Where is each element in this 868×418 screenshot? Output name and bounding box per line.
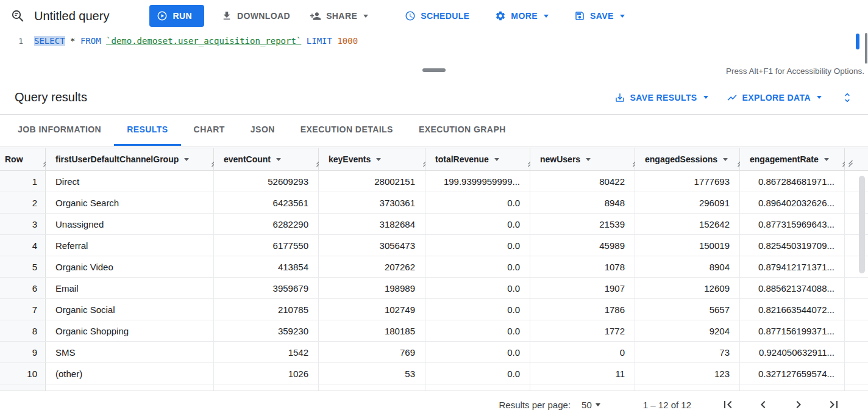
results-actions: SAVE RESULTS EXPLORE DATA [614, 90, 855, 105]
table-cell: Email [46, 278, 214, 298]
next-page-button[interactable] [790, 396, 807, 413]
table-cell: 0.0 [425, 299, 530, 320]
table-cell: 0.0 [425, 363, 530, 384]
table-cell: 123 [635, 363, 740, 384]
table-cell: 1078 [530, 256, 635, 277]
more-label: MORE [511, 11, 538, 21]
sort-dropdown-icon[interactable] [723, 158, 728, 161]
page-size-dropdown[interactable]: 50 [582, 400, 600, 410]
sql-table-reference[interactable]: `demo.demoset.user_acquisition_report` [106, 36, 301, 46]
table-cell: 9204 [635, 320, 740, 341]
sort-dropdown-icon[interactable] [824, 158, 829, 161]
editor-scrollbar-thumb[interactable] [856, 34, 859, 49]
row-number-cell: 7 [0, 299, 46, 320]
explore-data-button[interactable]: EXPLORE DATA [727, 92, 822, 103]
table-cell: 8948 [530, 192, 635, 213]
play-circle-icon [157, 10, 168, 21]
download-button[interactable]: DOWNLOAD [216, 5, 295, 27]
table-cell: 0.0 [425, 256, 530, 277]
tab-chart[interactable]: CHART [181, 115, 238, 146]
query-results-header: Query results SAVE RESULTS EXPLORE DATA [0, 81, 868, 115]
first-page-button[interactable] [719, 396, 736, 413]
table-cell: 359230 [214, 320, 319, 341]
table-cell: 0.0 [425, 214, 530, 234]
table-cell: 1772 [530, 320, 635, 341]
page-scrollbar-thumb[interactable] [865, 33, 867, 65]
results-tabs: JOB INFORMATIONRESULTSCHARTJSONEXECUTION… [0, 115, 868, 146]
table-cell: 907 [214, 384, 319, 391]
resize-drag-handle[interactable] [422, 68, 446, 72]
gear-icon [495, 10, 506, 21]
row-number-cell: 5 [0, 256, 46, 277]
column-label: keyEvents [329, 154, 371, 164]
table-row: 7Organic Social2107851027490.0178656570.… [0, 299, 868, 320]
tab-json[interactable]: JSON [238, 115, 288, 146]
save-results-button[interactable]: SAVE RESULTS [614, 92, 708, 103]
table-cell: Paid Social [46, 384, 214, 391]
table-cell: 0.879412171371... [740, 256, 845, 277]
table-cell: 0 [530, 342, 635, 362]
sql-editor[interactable]: 1 SELECT * FROM `demo.demoset.user_acqui… [0, 32, 868, 63]
column-label: firstUserDefaultChannelGroup [55, 154, 179, 164]
results-title: Query results [15, 90, 87, 104]
column-label: engagementRate [750, 154, 819, 164]
table-cell: 1.0 [740, 384, 845, 391]
table-cell: 21539 [530, 214, 635, 234]
last-page-button[interactable] [825, 396, 842, 413]
save-icon [574, 10, 585, 21]
table-body: 1Direct5260929328002151199.9399959999...… [0, 171, 868, 391]
tab-execution-graph[interactable]: EXECUTION GRAPH [406, 115, 519, 146]
table-cell: 0.885621374088... [740, 278, 845, 298]
table-cell: 1777693 [635, 171, 740, 192]
table-cell: 1026 [214, 363, 319, 384]
table-row: 10(other)1026530.0111230.327127659574... [0, 363, 868, 384]
table-cell: 0.0 [425, 320, 530, 341]
sort-dropdown-icon[interactable] [586, 158, 591, 161]
table-cell: 210785 [214, 299, 319, 320]
table-cell: 0.0 [425, 235, 530, 256]
table-scrollbar-thumb[interactable] [859, 176, 865, 273]
table-cell: 80422 [530, 171, 635, 192]
schedule-button[interactable]: SCHEDULE [400, 5, 474, 27]
pagination-bar: Results per page: 50 1 – 12 of 12 [0, 391, 868, 418]
chevron-down-icon [363, 15, 368, 18]
table-header-row: RowfirstUserDefaultChannelGroupeventCoun… [0, 148, 868, 171]
table-cell: 0.877156199371... [740, 320, 845, 341]
expand-results-button[interactable] [840, 90, 855, 105]
sql-code-line[interactable]: SELECT * FROM `demo.demoset.user_acquisi… [34, 32, 358, 63]
tab-results[interactable]: RESULTS [114, 115, 180, 146]
share-label: SHARE [326, 11, 357, 21]
save-label: SAVE [590, 11, 614, 21]
sort-dropdown-icon[interactable] [494, 158, 499, 161]
table-cell: 52609293 [214, 171, 319, 192]
table-cell: 102749 [319, 299, 425, 320]
table-cell: 3056473 [319, 235, 425, 256]
table-row: 9SMS15427690.00730.924050632911... [0, 342, 868, 363]
run-label: RUN [173, 11, 192, 21]
editor-results-divider: Press Alt+F1 for Accessibility Options. [0, 63, 868, 81]
run-button[interactable]: RUN [149, 5, 204, 27]
more-button[interactable]: MORE [490, 5, 553, 27]
table-cell: (other) [46, 363, 214, 384]
share-button[interactable]: SHARE [305, 5, 373, 27]
sort-dropdown-icon[interactable] [184, 158, 189, 161]
row-number-cell: 11 [0, 384, 46, 391]
tab-job-information[interactable]: JOB INFORMATION [5, 115, 114, 146]
results-per-page-label: Results per page: [499, 400, 571, 410]
tab-execution-details[interactable]: EXECUTION DETAILS [288, 115, 406, 146]
sort-dropdown-icon[interactable] [276, 158, 281, 161]
pagination-range: 1 – 12 of 12 [643, 400, 691, 410]
table-cell: 0.821663544072... [740, 299, 845, 320]
previous-page-button[interactable] [755, 396, 772, 413]
sort-dropdown-icon[interactable] [376, 158, 381, 161]
table-cell: 9 [635, 384, 740, 391]
save-results-icon [614, 92, 625, 103]
row-number-cell: 3 [0, 214, 46, 234]
unfold-icon [841, 92, 853, 104]
save-button[interactable]: SAVE [569, 5, 630, 27]
column-resize-handle-icon[interactable] [848, 160, 853, 167]
table-cell: Organic Video [46, 256, 214, 277]
chevron-down-icon [620, 15, 625, 18]
column-header-row: Row [0, 148, 46, 170]
chevron-down-icon [817, 96, 822, 99]
